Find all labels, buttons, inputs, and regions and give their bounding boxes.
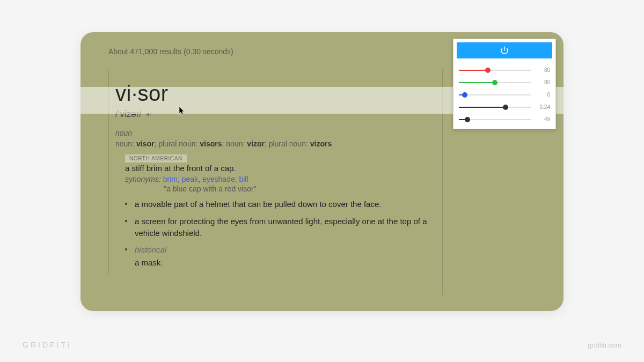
synonym-link[interactable]: bill	[239, 175, 248, 183]
footer-url: gridfiti.com	[588, 341, 621, 349]
power-button[interactable]	[457, 42, 552, 58]
definition-block: a stiff brim at the front of a cap. syno…	[125, 164, 440, 193]
slider-value: 80	[535, 79, 550, 85]
synonym-separator: ,	[178, 175, 182, 183]
forms-label: noun:	[115, 139, 136, 148]
headword: vi·sor	[115, 82, 440, 106]
slider-alpha[interactable]: 0.24	[457, 101, 552, 113]
slider-value: 0.24	[535, 104, 550, 110]
forms-value: visor	[136, 139, 154, 148]
extension-panel: 80 80 0 0.24	[453, 39, 556, 129]
region-tag: NORTH AMERICAN	[125, 154, 187, 162]
slider-value: 0	[535, 92, 550, 98]
definition-text: a screen for protecting the eyes from un…	[135, 217, 427, 238]
synonyms-row: synonyms: brim, peak, eyeshade; bill	[125, 175, 440, 183]
forms-value: visors	[200, 139, 222, 148]
synonym-link[interactable]: peak	[182, 175, 198, 183]
slider-green[interactable]: 80	[457, 76, 552, 88]
definition-text: a mask.	[135, 258, 163, 267]
list-item: historical a mask.	[125, 244, 440, 269]
definition-content: vi·sor /ˈvīzər/ noun noun: visor; plural…	[108, 69, 440, 274]
forms-value: vizor	[247, 139, 265, 148]
footer-brand: GRIDFITI	[23, 341, 72, 349]
forms-label: ; plural noun:	[265, 139, 310, 148]
results-count: About 471,000 results (0.30 seconds)	[108, 47, 233, 56]
synonym-link[interactable]: eyeshade	[202, 175, 235, 183]
slider-blue[interactable]: 0	[457, 88, 552, 101]
forms-label: ; plural noun:	[154, 139, 200, 148]
power-icon	[500, 46, 509, 55]
word-forms: noun: visor; plural noun: visors; noun: …	[115, 139, 440, 148]
sub-definitions: a movable part of a helmet that can be p…	[125, 198, 440, 269]
slider-red[interactable]: 80	[457, 64, 552, 76]
synonyms-label: synonyms:	[125, 175, 161, 183]
list-item: a movable part of a helmet that can be p…	[125, 198, 440, 210]
slider-value: 49	[535, 116, 550, 122]
usage-example: "a blue cap with a red visor"	[164, 184, 440, 193]
definition-text: a movable part of a helmet that can be p…	[135, 200, 381, 209]
part-of-speech: noun	[115, 129, 440, 137]
usage-label: historical	[135, 244, 440, 256]
slider-other[interactable]: 49	[457, 113, 552, 125]
synonym-link[interactable]: brim	[163, 175, 178, 183]
screenshot-card: About 471,000 results (0.30 seconds) vi·…	[80, 32, 564, 311]
definition-primary: a stiff brim at the front of a cap.	[125, 164, 440, 173]
synonym-separator: ,	[198, 175, 202, 183]
forms-label: ; noun:	[222, 139, 247, 148]
list-item: a screen for protecting the eyes from un…	[125, 216, 440, 239]
forms-value: vizors	[310, 139, 332, 148]
slider-value: 80	[535, 67, 550, 73]
